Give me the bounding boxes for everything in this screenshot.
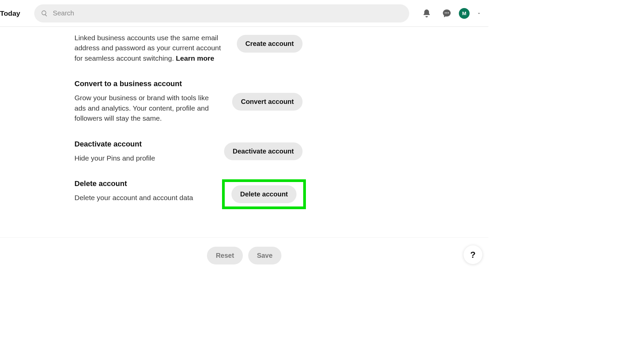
search-bar[interactable] (34, 4, 409, 22)
linked-business-section: Linked business accounts use the same em… (74, 27, 303, 63)
convert-desc: Grow your business or brand with tools l… (74, 93, 222, 123)
messages-button[interactable] (439, 5, 455, 21)
delete-account-button[interactable]: Delete account (231, 185, 297, 203)
search-icon (41, 10, 48, 17)
chevron-down-icon (477, 11, 481, 16)
today-link[interactable]: Today (0, 9, 20, 17)
account-menu-toggle[interactable] (474, 5, 483, 21)
deactivate-section: Deactivate account Hide your Pins and pr… (74, 140, 303, 163)
delete-title: Delete account (74, 179, 222, 188)
bell-icon (422, 9, 431, 18)
convert-business-section: Convert to a business account Grow your … (74, 79, 303, 123)
delete-highlight-box: Delete account (222, 179, 306, 209)
linked-business-desc: Linked business accounts use the same em… (74, 33, 222, 63)
deactivate-account-button[interactable]: Deactivate account (224, 142, 303, 160)
avatar[interactable]: M (459, 8, 470, 19)
help-button[interactable]: ? (464, 245, 482, 264)
reset-button[interactable]: Reset (207, 247, 243, 264)
top-header: Today M (0, 0, 488, 27)
save-button[interactable]: Save (248, 247, 281, 264)
search-input[interactable] (53, 9, 402, 17)
convert-account-button[interactable]: Convert account (232, 93, 303, 111)
delete-section: Delete account Delete your account and a… (74, 179, 303, 209)
convert-title: Convert to a business account (74, 79, 222, 88)
deactivate-desc: Hide your Pins and profile (74, 153, 222, 163)
deactivate-title: Deactivate account (74, 140, 222, 148)
create-account-button[interactable]: Create account (237, 35, 303, 53)
notifications-button[interactable] (419, 5, 435, 21)
chat-icon (442, 9, 451, 18)
footer-bar: Reset Save (0, 237, 488, 274)
learn-more-link[interactable]: Learn more (176, 54, 214, 62)
delete-desc: Delete your account and account data (74, 193, 222, 203)
settings-content: Linked business accounts use the same em… (0, 27, 488, 237)
